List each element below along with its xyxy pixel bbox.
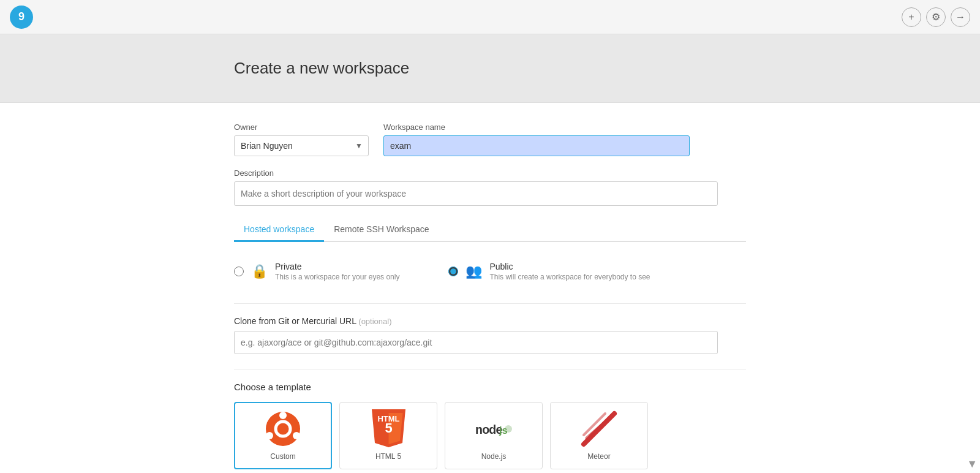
public-label: Public bbox=[489, 262, 650, 271]
clone-label: Clone from Git or Mercurial URL (optiona… bbox=[234, 316, 746, 326]
lock-icon: 🔒 bbox=[251, 263, 268, 279]
tab-remote-ssh-workspace[interactable]: Remote SSH Workspace bbox=[324, 218, 439, 242]
app-logo[interactable]: 9 bbox=[10, 6, 33, 29]
top-bar: 9 + ⚙ → bbox=[0, 0, 980, 34]
divider bbox=[234, 303, 746, 304]
svg-point-4 bbox=[266, 432, 273, 439]
owner-label: Owner bbox=[234, 123, 369, 132]
template-name-nodejs: Node.js bbox=[481, 452, 507, 461]
public-description: This will create a workspace for everybo… bbox=[489, 273, 650, 281]
html5-svg: 5 HTML bbox=[372, 409, 405, 449]
svg-point-2 bbox=[279, 412, 287, 419]
workspace-name-group: Workspace name bbox=[383, 123, 746, 156]
template-name-html5: HTML 5 bbox=[375, 452, 401, 461]
ubuntu-logo bbox=[265, 411, 301, 447]
form-container: Owner Brian Nguyen ▼ Workspace name Desc… bbox=[214, 123, 766, 473]
template-grid: Custom 5 HTML HTML 5 bbox=[234, 402, 746, 473]
meteor-logo bbox=[581, 411, 617, 447]
workspace-type-tabs: Hosted workspace Remote SSH Workspace bbox=[234, 218, 746, 242]
privacy-option-private[interactable]: 🔒 Private This is a workspace for your e… bbox=[234, 262, 399, 281]
people-icon: 👥 bbox=[466, 263, 482, 279]
owner-select[interactable]: Brian Nguyen bbox=[234, 135, 369, 156]
privacy-option-public[interactable]: 👥 Public This will create a workspace fo… bbox=[448, 262, 650, 281]
description-group: Description bbox=[234, 168, 746, 206]
template-section-title: Choose a template bbox=[234, 382, 746, 392]
workspace-name-label: Workspace name bbox=[383, 123, 746, 132]
template-section: Choose a template Custom bbox=[234, 382, 746, 473]
private-radio[interactable] bbox=[234, 267, 244, 276]
template-card-custom[interactable]: Custom bbox=[234, 402, 332, 469]
public-text: Public This will create a workspace for … bbox=[489, 262, 650, 281]
divider-2 bbox=[234, 369, 746, 369]
owner-workspace-row: Owner Brian Nguyen ▼ Workspace name bbox=[234, 123, 746, 156]
svg-point-11 bbox=[505, 425, 512, 433]
page-header-band: Create a new workspace bbox=[0, 34, 980, 103]
owner-group: Owner Brian Nguyen ▼ bbox=[234, 123, 369, 156]
meteor-svg bbox=[581, 411, 617, 447]
settings-button[interactable]: ⚙ bbox=[926, 7, 946, 27]
ubuntu-svg bbox=[265, 411, 301, 447]
top-bar-actions: + ⚙ → bbox=[902, 7, 970, 27]
private-text: Private This is a workspace for your eye… bbox=[275, 262, 399, 281]
clone-section: Clone from Git or Mercurial URL (optiona… bbox=[234, 316, 746, 354]
public-radio[interactable] bbox=[448, 267, 458, 276]
private-label: Private bbox=[275, 262, 399, 271]
template-name-custom: Custom bbox=[270, 452, 295, 461]
nodejs-svg: node js bbox=[475, 417, 512, 441]
private-description: This is a workspace for your eyes only bbox=[275, 273, 399, 281]
description-label: Description bbox=[234, 168, 746, 178]
template-card-meteor[interactable]: Meteor bbox=[550, 402, 648, 469]
main-content: Owner Brian Nguyen ▼ Workspace name Desc… bbox=[0, 103, 980, 473]
owner-select-wrapper: Brian Nguyen ▼ bbox=[234, 135, 369, 156]
scroll-indicator: ▼ bbox=[967, 458, 978, 471]
signout-button[interactable]: → bbox=[951, 7, 970, 27]
svg-point-3 bbox=[293, 432, 300, 439]
add-button[interactable]: + bbox=[902, 7, 921, 27]
privacy-options-row: 🔒 Private This is a workspace for your e… bbox=[234, 257, 746, 286]
svg-text:node: node bbox=[475, 423, 502, 436]
nodejs-logo: node js bbox=[475, 411, 512, 447]
description-input[interactable] bbox=[234, 181, 718, 206]
template-name-meteor: Meteor bbox=[587, 452, 610, 461]
tab-hosted-workspace[interactable]: Hosted workspace bbox=[234, 218, 324, 242]
description-row: Description bbox=[234, 168, 746, 206]
template-card-html5[interactable]: 5 HTML HTML 5 bbox=[339, 402, 437, 469]
workspace-name-input[interactable] bbox=[383, 135, 690, 156]
template-card-nodejs[interactable]: node js Node.js bbox=[445, 402, 543, 469]
clone-url-input[interactable] bbox=[234, 331, 718, 354]
svg-text:HTML: HTML bbox=[377, 414, 399, 423]
page-title: Create a new workspace bbox=[214, 59, 766, 78]
html5-logo: 5 HTML bbox=[370, 411, 407, 447]
